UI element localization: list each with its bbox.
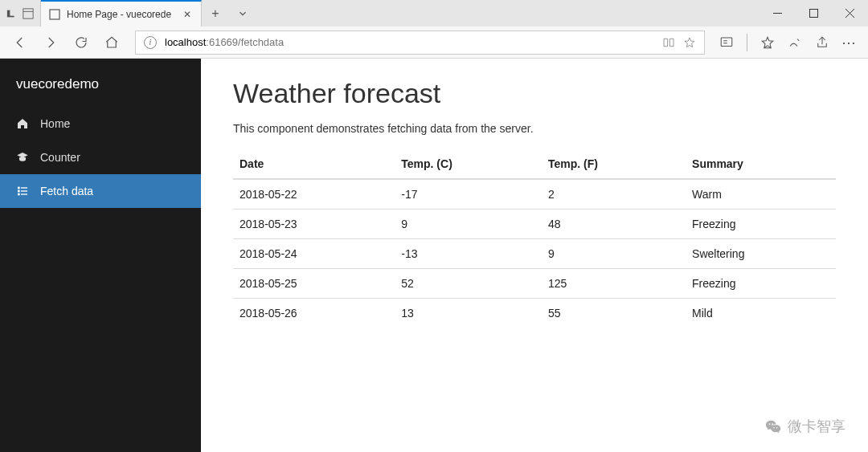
svg-marker-13 <box>762 37 773 47</box>
refresh-button[interactable] <box>68 29 95 56</box>
address-bar[interactable]: i localhost:61669/fetchdata <box>135 31 705 55</box>
svg-rect-19 <box>21 190 27 191</box>
table-cell: 2 <box>542 179 686 210</box>
tab-close-button[interactable]: ✕ <box>180 7 194 22</box>
list-icon <box>16 185 29 197</box>
table-row: 2018-05-23948Freezing <box>233 210 836 239</box>
watermark: 微卡智享 <box>765 417 845 436</box>
svg-rect-2 <box>23 8 33 18</box>
table-cell: 9 <box>542 239 686 269</box>
new-tab-button[interactable]: + <box>202 0 229 26</box>
maximize-button[interactable] <box>796 0 832 26</box>
home-icon <box>16 117 29 130</box>
forward-button[interactable] <box>37 29 64 56</box>
tab-title: Home Page - vuecorede <box>67 9 174 20</box>
svg-rect-20 <box>21 193 27 194</box>
table-cell: 52 <box>395 269 542 299</box>
table-cell: 55 <box>542 299 686 328</box>
sidebar-item-label: Counter <box>40 151 80 164</box>
table-cell: Warm <box>686 179 836 210</box>
window-controls <box>760 0 868 26</box>
wechat-icon <box>765 417 783 435</box>
table-cell: 2018-05-24 <box>233 239 395 269</box>
table-row: 2018-05-24-139Sweltering <box>233 239 836 269</box>
table-cell: 125 <box>542 269 686 299</box>
sidebar-item-fetchdata[interactable]: Fetch data <box>0 174 201 208</box>
browser-tab[interactable]: Home Page - vuecorede ✕ <box>41 0 202 26</box>
table-header: Date <box>233 149 395 179</box>
table-cell: Sweltering <box>686 239 836 269</box>
tab-stash-button[interactable] <box>229 0 256 26</box>
share-icon[interactable] <box>810 31 834 55</box>
minimize-button[interactable] <box>760 0 796 26</box>
page-subtitle: This component demonstrates fetching dat… <box>233 122 836 135</box>
main-content: Weather forecast This component demonstr… <box>201 59 868 452</box>
reading-view-icon[interactable] <box>662 36 675 49</box>
sidebar-item-label: Fetch data <box>40 185 93 197</box>
table-row: 2018-05-261355Mild <box>233 299 836 328</box>
sidebar-item-counter[interactable]: Counter <box>0 140 201 174</box>
svg-rect-15 <box>18 187 20 189</box>
site-info-icon[interactable]: i <box>144 36 157 49</box>
svg-rect-1 <box>10 8 17 15</box>
table-cell: 48 <box>542 210 686 239</box>
sidebar-item-label: Home <box>40 117 70 130</box>
table-cell: 2018-05-25 <box>233 269 395 299</box>
svg-rect-16 <box>18 190 20 193</box>
table-header: Temp. (F) <box>542 149 686 179</box>
favorites-icon[interactable] <box>755 31 780 55</box>
table-cell: 2018-05-23 <box>233 210 395 239</box>
tab-actions[interactable] <box>0 0 41 26</box>
table-header: Summary <box>686 149 836 179</box>
notes-icon[interactable] <box>783 31 807 55</box>
svg-rect-18 <box>21 187 27 188</box>
table-cell: Freezing <box>686 269 836 299</box>
table-cell: 2018-05-22 <box>233 179 395 210</box>
svg-marker-9 <box>685 38 694 47</box>
table-cell: 13 <box>395 299 542 328</box>
more-icon[interactable]: ⋯ <box>837 31 862 55</box>
table-row: 2018-05-22-172Warm <box>233 179 836 210</box>
graduation-icon <box>16 151 29 164</box>
reading-mode-icon[interactable] <box>714 31 739 55</box>
table-cell: Freezing <box>686 210 836 239</box>
favorite-star-icon[interactable] <box>683 36 696 49</box>
url-text: localhost:61669/fetchdata <box>165 36 654 48</box>
page-title: Weather forecast <box>233 78 836 109</box>
table-cell: Mild <box>686 299 836 328</box>
table-cell: 9 <box>395 210 542 239</box>
home-button[interactable] <box>98 29 125 56</box>
svg-rect-4 <box>50 10 59 19</box>
svg-rect-17 <box>18 193 20 196</box>
svg-rect-6 <box>810 10 818 18</box>
table-cell: -13 <box>395 239 542 269</box>
table-cell: -17 <box>395 179 542 210</box>
svg-rect-10 <box>721 38 732 47</box>
forecast-table: DateTemp. (C)Temp. (F)Summary 2018-05-22… <box>233 149 836 328</box>
browser-navbar: i localhost:61669/fetchdata ⋯ <box>0 26 868 59</box>
table-cell: 2018-05-26 <box>233 299 395 328</box>
table-header: Temp. (C) <box>395 149 542 179</box>
back-button[interactable] <box>6 29 34 56</box>
close-button[interactable] <box>832 0 868 26</box>
sidebar: vuecoredemo Home Counter Fetch data <box>0 59 201 452</box>
brand: vuecoredemo <box>0 76 201 107</box>
sidebar-item-home[interactable]: Home <box>0 107 201 140</box>
table-row: 2018-05-2552125Freezing <box>233 269 836 299</box>
window-titlebar: Home Page - vuecorede ✕ + <box>0 0 868 26</box>
